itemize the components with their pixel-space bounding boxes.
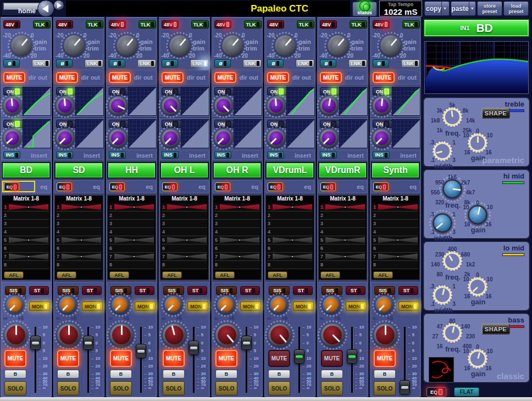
mute-button[interactable]: MUTE [374, 350, 396, 367]
channel-fader[interactable]: –10–5–0–5–10–20–30–40–50–70–∞ [239, 325, 263, 395]
matrix-send-display[interactable] [167, 237, 207, 244]
link-button[interactable]: LNK [401, 59, 420, 68]
phantom-48v-button[interactable]: 48V [267, 20, 284, 29]
channel-mute-button[interactable]: MUTE [109, 72, 131, 83]
channel-fader[interactable]: –10–5–0–5–10–20–30–40–50–70–∞ [28, 325, 52, 395]
comp-curve-display[interactable] [339, 87, 368, 116]
comp-curve-display[interactable] [23, 87, 51, 116]
insert-button[interactable]: INS [3, 151, 20, 159]
comp-threshold-knob[interactable] [214, 97, 232, 115]
matrix-row[interactable]: 4 [162, 228, 207, 236]
phantom-48v-button[interactable]: 48V [162, 20, 179, 29]
comp-curve-display[interactable] [286, 87, 315, 116]
gain-knob[interactable] [468, 349, 487, 369]
aux-level-knob[interactable] [374, 324, 397, 347]
gain-trim-knob[interactable] [169, 35, 190, 56]
matrix-row[interactable]: 3 [162, 220, 207, 228]
gain-trim-knob[interactable] [11, 35, 32, 56]
channel-mute-button[interactable]: MUTE [3, 72, 25, 83]
matrix-row[interactable]: 3 [320, 220, 365, 228]
comp-threshold-knob[interactable] [162, 97, 180, 115]
matrix-send-display[interactable] [325, 253, 365, 260]
phantom-48v-button[interactable]: 48V [214, 20, 231, 29]
stereo-button[interactable]: ST [82, 286, 102, 295]
channel-name-button[interactable]: Synth [371, 162, 420, 179]
matrix-row[interactable]: 7 [109, 253, 154, 261]
gain-knob[interactable] [468, 205, 487, 225]
channel-name-button[interactable]: BD [2, 162, 51, 179]
matrix-row[interactable]: 7 [320, 253, 365, 261]
eq-enable-button[interactable]: EQ [426, 387, 446, 397]
gate-curve-display[interactable] [339, 119, 368, 148]
matrix-row[interactable]: 5 [56, 236, 102, 244]
eq-button[interactable]: EQ [57, 182, 72, 191]
comp-curve-display[interactable] [181, 87, 209, 116]
shape-button[interactable]: SHAPE [481, 108, 510, 119]
matrix-row[interactable]: 2 [162, 211, 207, 220]
matrix-row[interactable]: 8 [109, 261, 154, 269]
comp-threshold-knob[interactable] [267, 97, 285, 115]
matrix-send-display[interactable] [220, 253, 259, 260]
mute-button[interactable]: MUTE [110, 350, 132, 367]
matrix-send-display[interactable] [273, 204, 312, 211]
stereo-button[interactable]: ST [135, 286, 154, 295]
mon-button[interactable]: MON [240, 302, 261, 311]
aux-level-knob[interactable] [163, 324, 186, 347]
afl-button[interactable]: AFL [109, 271, 129, 279]
mute-button[interactable]: MUTE [163, 350, 185, 367]
talkback-button[interactable]: TLK [138, 20, 156, 29]
matrix-row[interactable]: 3 [109, 220, 154, 228]
b-bus-button[interactable]: B [57, 370, 79, 378]
matrix-row[interactable]: 8 [214, 261, 260, 269]
gate-curve-display[interactable] [286, 119, 315, 148]
eq-button[interactable]: EQ [4, 182, 19, 191]
width-knob[interactable] [433, 285, 452, 305]
phantom-48v-button[interactable]: 48V [373, 20, 390, 29]
matrix-send-display[interactable] [114, 204, 154, 211]
channel-mute-button[interactable]: MUTE [320, 72, 342, 83]
gain-knob[interactable] [468, 277, 487, 297]
comp-curve-display[interactable] [392, 87, 420, 116]
matrix-row[interactable]: 3 [373, 220, 418, 228]
matrix-send-display[interactable] [114, 237, 154, 244]
stereo-button[interactable]: ST [346, 286, 365, 295]
shape-button[interactable]: SHAPE [481, 324, 510, 335]
monitor-send-knob[interactable] [323, 296, 340, 314]
matrix-row[interactable]: 1 [3, 203, 49, 211]
stereo-button[interactable]: ST [29, 286, 49, 295]
b-bus-button[interactable]: B [4, 370, 26, 378]
link-button[interactable]: LNK [243, 59, 262, 68]
selected-channel-name-button[interactable]: IN1 BD [423, 19, 530, 37]
matrix-row[interactable]: 6 [320, 244, 365, 253]
channel-fader[interactable]: –10–5–0–5–10–20–30–40–50–70–∞ [186, 325, 210, 395]
phase-button[interactable]: ø [109, 59, 125, 68]
b-bus-button[interactable]: B [321, 370, 343, 378]
comp-curve-display[interactable] [234, 87, 262, 116]
matrix-row[interactable]: 1 [56, 203, 102, 211]
matrix-row[interactable]: 4 [109, 228, 154, 236]
channel-mute-button[interactable]: MUTE [162, 72, 184, 83]
matrix-row[interactable]: 5 [320, 236, 365, 244]
fader-handle[interactable] [189, 341, 199, 355]
phantom-48v-button[interactable]: 48V [3, 20, 20, 29]
gate-curve-display[interactable] [75, 119, 104, 148]
paste-button[interactable]: paste ▾ [451, 1, 476, 16]
solo-button[interactable]: SOLO [110, 381, 132, 396]
gate-threshold-knob[interactable] [109, 129, 127, 147]
matrix-row[interactable]: 6 [3, 244, 49, 253]
talkback-button[interactable]: TLK [244, 20, 262, 29]
aux-level-knob[interactable] [321, 324, 344, 347]
matrix-send-display[interactable] [378, 253, 418, 260]
matrix-row[interactable]: 2 [3, 211, 49, 220]
talkback-button[interactable]: TLK [350, 20, 367, 29]
solo-button[interactable]: SOLO [321, 381, 343, 396]
comp-threshold-knob[interactable] [3, 97, 21, 115]
channel-fader[interactable]: –10–5–0–5–10–20–30–40–50–70–∞ [292, 325, 316, 395]
paste-dropdown-icon[interactable]: ▾ [469, 2, 475, 15]
monitor-send-knob[interactable] [217, 296, 235, 314]
comp-curve-display[interactable] [75, 87, 104, 116]
freq-knob[interactable] [442, 323, 462, 343]
channel-fader[interactable]: –10–5–0–5–10–20–30–40–50–70–∞ [397, 325, 422, 395]
matrix-row[interactable]: 6 [56, 244, 102, 253]
gate-curve-display[interactable] [392, 119, 420, 148]
